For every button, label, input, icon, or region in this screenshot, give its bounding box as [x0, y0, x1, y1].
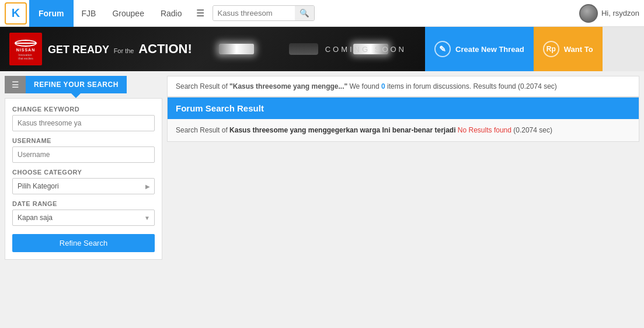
content-area: ☰ REFINE YOUR SEARCH CHANGE KEYWORD USER…: [0, 71, 644, 264]
date-range-label: DATE RANGE: [12, 200, 155, 207]
result-content: Search Result of Kasus threesome yang me…: [168, 119, 639, 141]
no-results-text: No Results found: [458, 126, 511, 134]
user-area: Hi, rsydzon: [579, 4, 639, 23]
nissan-logo: NISSAN Innovationthat excites: [9, 33, 42, 65]
coming-soon: COMING SOON: [325, 45, 406, 54]
result-keyword-full: Kasus threesome yang menggegerkan warga …: [229, 126, 455, 134]
result-panel: Search Result of "Kasus threesome yang m…: [167, 76, 639, 260]
nav-fjb[interactable]: FJB: [74, 0, 105, 27]
result-count: 0: [381, 82, 385, 90]
logo-box[interactable]: K: [5, 2, 27, 25]
refine-search-button[interactable]: Refine Search: [12, 234, 155, 252]
nav-forum[interactable]: Forum: [29, 0, 74, 27]
search-input[interactable]: [213, 6, 295, 20]
banner-left: NISSAN Innovationthat excites GET READY …: [9, 33, 192, 65]
refine-tab-label: REFINE YOUR SEARCH: [34, 81, 119, 89]
car-grille: [289, 43, 318, 55]
keyword-input[interactable]: [12, 115, 155, 131]
change-keyword-label: CHANGE KEYWORD: [12, 106, 155, 113]
refine-body: CHANGE KEYWORD USERNAME CHOOSE CATEGORY …: [5, 98, 162, 260]
date-range-select[interactable]: Kapan saja: [12, 210, 155, 226]
search-button[interactable]: 🔍: [295, 6, 314, 20]
left-panel: ☰ REFINE YOUR SEARCH CHANGE KEYWORD USER…: [5, 76, 162, 260]
username-label: USERNAME: [12, 137, 155, 144]
result-of-prefix: Search Result of: [176, 82, 229, 90]
choose-category-label: CHOOSE CATEGORY: [12, 169, 155, 176]
want-to-label: Want To: [564, 45, 593, 54]
nissan-oval: [15, 40, 37, 47]
banner-innovation: Innovationthat excites: [18, 53, 33, 60]
username-input[interactable]: [12, 146, 155, 163]
list-icon-button[interactable]: ☰: [5, 76, 26, 93]
search-time: (0.2074 sec): [518, 82, 557, 90]
nav-groupee[interactable]: Groupee: [104, 0, 152, 27]
create-thread-label: Create New Thread: [455, 45, 524, 54]
top-area: NISSAN Innovationthat excites GET READY …: [0, 27, 644, 71]
want-to-button[interactable]: Rp Want To: [534, 27, 603, 71]
avatar: [579, 4, 598, 23]
result-header: Forum Search Result: [168, 97, 639, 119]
banner-text: GET READY For the ACTION!: [48, 41, 192, 57]
category-select-wrap: Pilih Kategori ▶: [12, 178, 155, 194]
result-search-prefix: Search Result of: [176, 126, 229, 134]
create-thread-button[interactable]: ✎ Create New Thread: [425, 27, 534, 71]
nissan-text: NISSAN: [16, 48, 35, 52]
banner-car: COMING SOON: [192, 43, 416, 55]
date-range-wrap: Kapan saja ▼: [12, 210, 155, 226]
left-headlight: [219, 44, 254, 54]
menu-icon[interactable]: ☰: [190, 8, 210, 19]
result-time: (0.2074 sec): [513, 126, 552, 134]
logo-letter: K: [12, 6, 20, 20]
search-keyword: "Kasus threesome yang mengge...": [229, 82, 347, 90]
greeting-text: Hi, rsydzon: [601, 9, 639, 18]
search-info-bar: Search Result of "Kasus threesome yang m…: [167, 76, 639, 97]
found-prefix: We found: [347, 82, 381, 90]
result-box: Forum Search Result Search Result of Kas…: [167, 97, 639, 142]
topnav: K Forum FJB Groupee Radio ☰ 🔍 Hi, rsydzo…: [0, 0, 644, 27]
category-select[interactable]: Pilih Kategori: [12, 178, 155, 194]
banner-get-ready: GET READY For the ACTION!: [48, 41, 192, 57]
found-suffix: items in forum discussions. Results foun…: [385, 82, 518, 90]
search-box: 🔍: [213, 5, 315, 21]
rp-icon: Rp: [543, 41, 559, 57]
nav-radio[interactable]: Radio: [152, 0, 190, 27]
pencil-icon: ✎: [434, 41, 451, 57]
banner: NISSAN Innovationthat excites GET READY …: [0, 27, 425, 71]
refine-header-row: ☰ REFINE YOUR SEARCH: [5, 76, 162, 93]
action-buttons: ✎ Create New Thread Rp Want To: [425, 27, 603, 71]
refine-tab[interactable]: REFINE YOUR SEARCH: [26, 76, 127, 93]
